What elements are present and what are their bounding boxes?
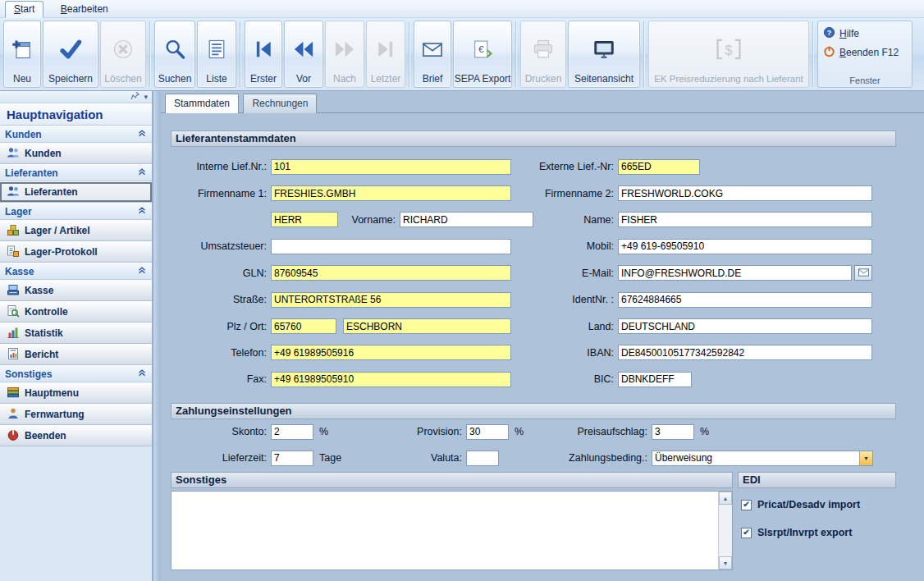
nav-group-kasse[interactable]: Kasse [0,263,152,280]
provision-unit: % [509,426,545,437]
ribbon-separator [409,21,410,87]
chevron-down-icon[interactable]: ▾ [144,93,148,101]
nach-button[interactable]: Nach [325,21,364,88]
nav-group-kunden[interactable]: Kunden [0,126,152,143]
skonto-input[interactable] [271,424,313,440]
nav-group-sonstiges[interactable]: Sonstiges [0,365,152,382]
sidebar-item-lager-artikel[interactable]: Lager / Artikel [0,220,152,241]
firmenname1-input[interactable] [271,185,511,201]
sidebar-item-kasse[interactable]: Kasse [0,280,152,301]
sidebar-item-lager-protokoll[interactable]: Lager-Protokoll [0,241,152,263]
form-row: Umsatzsteuer: Mobil: [171,233,896,259]
delete-icon [112,25,135,74]
nav-group-label: Kasse [5,266,34,277]
sidebar-item-kunden[interactable]: Kunden [0,143,152,164]
zahlungsbedingung-value: Überweisung [652,451,859,465]
strasse-input[interactable] [271,292,511,308]
mobil-input[interactable] [618,239,872,254]
vertical-scrollbar[interactable]: ▲ ▼ [718,492,732,570]
menu-tab-strip: Start Bearbeiten [0,0,924,18]
zahlungsbedingung-label: Zahlungsbeding.: [545,452,652,464]
email-input[interactable] [618,265,852,281]
sidebar-item-lieferanten[interactable]: Lieferanten [0,181,152,203]
speichern-button[interactable]: Speichern [43,21,98,88]
sidebar-item-label: Kasse [25,285,53,296]
suchen-button[interactable]: Suchen [154,21,195,88]
seitenansicht-button[interactable]: Seitenansicht [568,21,640,88]
liste-button[interactable]: Liste [197,21,236,88]
ek-preisreduzierung-button[interactable]: $ EK Preisreduzierung nach Lieferant [648,21,809,88]
previous-record-icon [292,25,315,74]
slsrpt-invrpt-checkbox[interactable]: ✔ [741,528,752,538]
name-label: Name: [511,214,618,226]
drucken-button[interactable]: Drucken [520,21,566,88]
sonstiges-textarea[interactable] [172,492,718,570]
zahlungsbedingung-select[interactable]: Überweisung ▼ [652,451,873,466]
gln-input[interactable] [271,265,511,281]
interne-liefnr-input[interactable] [271,159,511,175]
umsatzsteuer-input[interactable] [271,239,511,254]
sepa-export-button[interactable]: € SEPA Export [453,21,512,88]
sonstiges-textbox: ▲ ▼ [171,491,733,570]
form-row: Fax: BIC: [171,366,896,392]
preisaufschlag-unit: % [694,426,730,437]
erster-button[interactable]: Erster [245,21,282,88]
firmenname1-label: Firmenname 1: [171,188,271,199]
tab-rechnungen[interactable]: Rechnungen [243,94,317,113]
control-icon [7,304,20,320]
dropdown-arrow-button[interactable]: ▼ [859,451,872,465]
nav-group-lieferanten[interactable]: Lieferanten [0,164,152,181]
sidebar-item-beenden[interactable]: Beenden [0,425,152,446]
ort-input[interactable] [343,318,511,334]
hilfe-button[interactable]: ? Hilfe [820,24,910,43]
form-row: Plz / Ort: Land: [171,313,896,339]
print-icon [532,25,555,74]
land-input[interactable] [618,318,872,334]
strasse-label: Straße: [171,294,271,305]
letzter-button[interactable]: Letzter [366,21,405,88]
send-email-button[interactable] [854,265,872,281]
slsrpt-invrpt-label: Slsrpt/Invrpt export [757,527,852,538]
tab-stammdaten[interactable]: Stammdaten [165,94,239,113]
plz-input[interactable] [271,318,336,334]
sidebar-item-fernwartung[interactable]: Fernwartung [0,404,152,425]
sidebar-item-kontrolle[interactable]: Kontrolle [0,301,152,323]
liste-label: Liste [206,74,226,85]
firmenname2-input[interactable] [618,185,872,201]
pin-icon[interactable] [130,91,140,103]
fax-input[interactable] [271,372,511,387]
provision-input[interactable] [466,424,509,440]
sidebar-item-statistik[interactable]: Statistik [0,323,152,344]
neu-button[interactable]: Neu [3,21,41,88]
name-input[interactable] [618,212,872,227]
externe-liefnr-input[interactable] [618,159,700,175]
sidebar-splitter[interactable] [153,91,161,581]
preisaufschlag-input[interactable] [652,424,694,440]
tab-start[interactable]: Start [5,1,43,18]
vorname-label: Vorname: [338,214,400,226]
scroll-down-button[interactable]: ▼ [719,556,732,570]
lieferzeit-unit: Tage [313,452,350,464]
pricat-desadv-checkbox[interactable]: ✔ [741,500,752,510]
sidebar-item-hauptmenu[interactable]: Hauptmenu [0,382,152,404]
lieferzeit-input[interactable] [271,451,313,466]
tab-bearbeiten[interactable]: Bearbeiten [52,1,117,17]
suppliers-icon [7,185,20,200]
scroll-up-button[interactable]: ▲ [719,492,732,505]
beenden-f12-button[interactable]: Beenden F12 [820,43,910,62]
anrede-input[interactable] [271,212,338,227]
telefon-input[interactable] [271,345,511,360]
bic-input[interactable] [618,372,692,387]
iban-input[interactable] [618,345,872,360]
page-preview-icon [592,25,615,74]
sidebar-item-bericht[interactable]: Bericht [0,344,152,365]
identnr-input[interactable] [618,292,872,308]
vor-button[interactable]: Vor [284,21,323,88]
warehouse-log-icon [7,245,20,260]
nav-group-lager[interactable]: Lager [0,203,152,220]
sidebar: ▾ Hauptnavigation Kunden Kunden Lieferan… [0,91,153,581]
brief-button[interactable]: Brief [414,21,451,88]
valuta-input[interactable] [466,451,499,466]
loeschen-button[interactable]: Löschen [100,21,146,88]
app-window: Start Bearbeiten Neu Speichern Löschen S… [0,0,924,581]
